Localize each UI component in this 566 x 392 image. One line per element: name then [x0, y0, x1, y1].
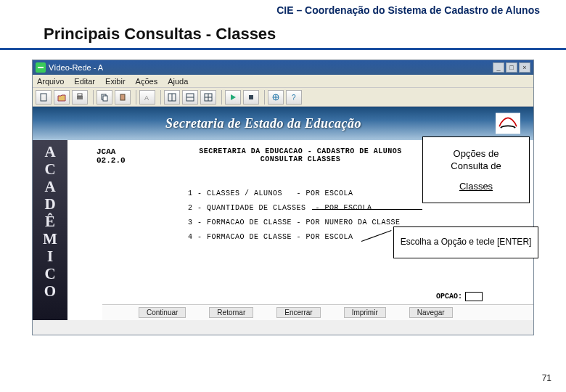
slide-header: CIE – Coordenação do Sistema de Cadastro…: [276, 4, 540, 16]
svg-rect-15: [249, 95, 253, 99]
option-row: 3 - FORMACAO DE CLASSE - POR NUMERO DA C…: [188, 216, 401, 230]
tool-paste-icon[interactable]: [115, 90, 131, 105]
menu-editar[interactable]: Editar: [74, 77, 95, 86]
menu-exibir[interactable]: Exibir: [105, 77, 126, 86]
action-retornar[interactable]: Retornar: [209, 307, 253, 318]
titlebar: Vídeo-Rede - A _ □ ×: [33, 60, 533, 75]
svg-marker-14: [231, 94, 236, 100]
leader-line: [312, 209, 422, 210]
page-number: 71: [542, 373, 551, 383]
separator: [136, 90, 136, 105]
tool-stop-icon[interactable]: [243, 90, 259, 105]
svg-rect-2: [78, 94, 82, 96]
sidebar-letter: O: [44, 282, 56, 300]
callout-opcoes: Opções deConsulta de Classes: [422, 136, 530, 203]
tool-grid3-icon[interactable]: [200, 90, 216, 105]
tool-help-icon[interactable]: ?: [286, 90, 302, 105]
app-icon: [36, 62, 46, 73]
svg-text:A: A: [144, 94, 149, 102]
tool-grid1-icon[interactable]: [164, 90, 180, 105]
close-button[interactable]: ×: [519, 62, 530, 73]
action-encerrar[interactable]: Encerrar: [276, 307, 320, 318]
menu-arquivo[interactable]: Arquivo: [37, 77, 64, 86]
tool-copy-icon[interactable]: [97, 90, 112, 105]
tool-a-icon[interactable]: A: [139, 90, 155, 105]
menu-ajuda[interactable]: Ajuda: [168, 77, 188, 86]
action-continuar[interactable]: Continuar: [139, 307, 186, 318]
sidebar-letter: M: [43, 230, 57, 248]
maximize-button[interactable]: □: [506, 62, 517, 73]
sidebar-letter: Ê: [45, 213, 55, 230]
sidebar-letter: C: [44, 160, 55, 178]
gov-logo-icon: [488, 111, 528, 136]
banner: Secretaria de Estado da Educação: [33, 107, 533, 140]
divider: [0, 48, 566, 50]
option-list: 1 - CLASSES / ALUNOS - POR ESCOLA 2 - QU…: [188, 187, 401, 245]
svg-rect-1: [77, 96, 83, 99]
separator: [93, 90, 94, 105]
action-imprimir[interactable]: Imprimir: [344, 307, 386, 318]
separator: [264, 90, 265, 105]
action-bar: Continuar Retornar Encerrar Imprimir Nav…: [102, 304, 533, 320]
tool-grid2-icon[interactable]: [182, 90, 198, 105]
slide-title: Principais Consultas - Classes: [44, 25, 276, 44]
svg-rect-5: [120, 94, 125, 100]
option-row: 2 - QUANTIDADE DE CLASSES - POR ESCOLA: [188, 201, 401, 216]
svg-rect-4: [103, 96, 107, 101]
menu-acoes[interactable]: Ações: [136, 77, 158, 86]
tool-print-icon[interactable]: [72, 90, 88, 105]
sidebar-letter: A: [44, 143, 55, 160]
svg-rect-18: [496, 113, 520, 134]
banner-title: Secretaria de Estado da Educação: [38, 116, 488, 131]
tool-globe-icon[interactable]: [268, 90, 284, 105]
option-row: 1 - CLASSES / ALUNOS - POR ESCOLA: [188, 187, 401, 201]
menubar: Arquivo Editar Exibir Ações Ajuda: [33, 75, 533, 88]
minimize-button[interactable]: _: [493, 62, 504, 73]
sidebar-letter: I: [47, 248, 53, 265]
opcao-input[interactable]: [465, 292, 483, 301]
tool-play-icon[interactable]: [225, 90, 241, 105]
action-navegar[interactable]: Navegar: [409, 307, 453, 318]
sidebar-letter: D: [44, 195, 55, 213]
svg-rect-0: [41, 94, 46, 101]
opcao-field: OPCAO:: [436, 292, 483, 301]
svg-text:?: ?: [292, 94, 296, 102]
sidebar-letter: C: [44, 265, 55, 282]
callout-instrucao: Escolha a Opção e tecle [ENTER]: [393, 226, 538, 258]
sidebar-academico: A C A D Ê M I C O: [33, 140, 67, 320]
window-title: Vídeo-Rede - A: [49, 63, 103, 72]
tool-folder-icon[interactable]: [54, 90, 70, 105]
option-row: 4 - FORMACAO DE CLASSE - POR ESCOLA: [188, 230, 401, 245]
toolbar: A ?: [33, 88, 533, 107]
tool-doc-icon[interactable]: [36, 90, 52, 105]
sidebar-letter: A: [44, 178, 55, 195]
separator: [160, 90, 161, 105]
separator: [221, 90, 222, 105]
